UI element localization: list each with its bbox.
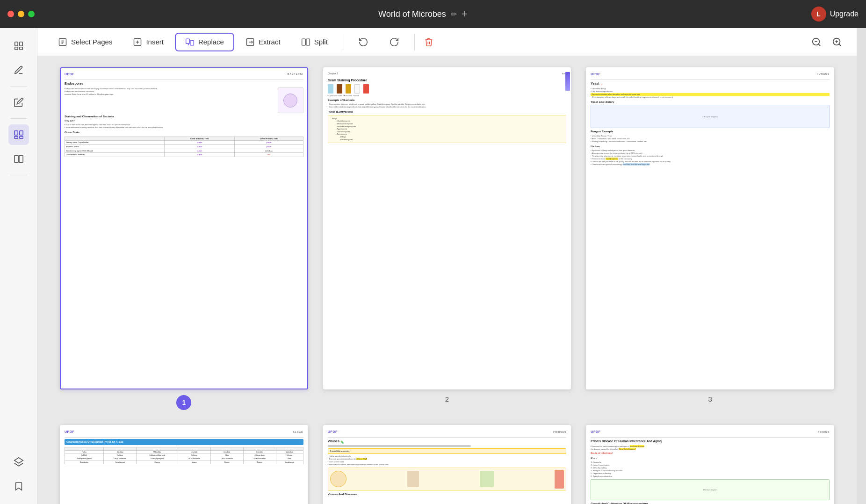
page-item-2: Chapter 1 Ext... Gram Staining Procedure… [323, 67, 571, 410]
insert-icon [133, 37, 142, 47]
delete-icon [424, 37, 433, 47]
select-pages-button[interactable]: Select Pages [49, 34, 122, 50]
main-layout: Select Pages Insert Replace Extra [0, 28, 866, 504]
sidebar-divider-2 [10, 118, 27, 119]
sidebar-item-bookmark[interactable] [8, 476, 29, 497]
split-icon [301, 37, 310, 47]
svg-rect-6 [14, 137, 17, 139]
upgrade-label: Upgrade [830, 10, 859, 18]
traffic-lights [7, 11, 35, 17]
replace-button[interactable]: Replace [175, 33, 234, 51]
zoom-in-button[interactable] [829, 34, 845, 50]
split-label: Split [314, 38, 328, 46]
sidebar-item-thumbnails[interactable] [8, 36, 29, 56]
sidebar-divider-3 [10, 175, 27, 175]
svg-rect-0 [14, 42, 17, 46]
page-item-6: UPDF PRIONS Prion's Disease Of Human Inh… [586, 425, 834, 504]
svg-rect-5 [19, 131, 22, 135]
page-item-5: UPDF VIRUSES Viruses 🦠 • Intracellular p… [323, 425, 571, 504]
toolbar-divider-2 [414, 34, 415, 50]
edit-title-icon[interactable]: ✏ [451, 10, 457, 19]
zoom-in-icon [832, 37, 842, 47]
page-item-4: UPDF ALGAE Characteristics Of Selected P… [60, 425, 308, 504]
rotate-left-icon [358, 37, 368, 47]
svg-line-25 [839, 44, 841, 46]
page-number-label-2: 2 [445, 395, 449, 403]
content-wrapper: Select Pages Insert Replace Extra [37, 28, 857, 504]
select-pages-icon [58, 37, 67, 47]
sidebar-item-annotate[interactable] [8, 60, 29, 80]
page-thumb-5[interactable]: UPDF VIRUSES Viruses 🦠 • Intracellular p… [323, 425, 571, 504]
page-thumb-2[interactable]: Chapter 1 Ext... Gram Staining Procedure… [323, 67, 571, 389]
svg-marker-10 [14, 458, 22, 463]
page-number-area-2: 2 [445, 395, 449, 403]
scrollbar-right[interactable] [857, 28, 866, 504]
page-number-badge-1: 1 [176, 395, 191, 410]
zoom-area [808, 34, 845, 50]
close-button[interactable] [7, 11, 14, 17]
toolbar: Select Pages Insert Replace Extra [37, 28, 857, 56]
svg-rect-1 [19, 42, 22, 46]
split-button[interactable]: Split [292, 34, 337, 50]
svg-rect-18 [302, 39, 305, 45]
extract-icon [245, 37, 255, 47]
rotate-right-icon [389, 37, 399, 47]
page-thumb-3[interactable]: UPDF FUNGUS Yeast ↗ • Unicellular Fungi … [586, 67, 834, 389]
page-number-label-3: 3 [708, 395, 712, 403]
svg-rect-9 [19, 156, 22, 163]
page-item-1: UPDF BACTERIA Endospores Endospores are … [60, 67, 308, 410]
minimize-button[interactable] [18, 11, 24, 17]
left-sidebar [0, 28, 37, 504]
sidebar-item-compare[interactable] [8, 149, 29, 169]
title-area: World of Microbes ✏ + [40, 8, 806, 20]
insert-label: Insert [146, 38, 164, 46]
document-title: World of Microbes [378, 9, 446, 19]
insert-button[interactable]: Insert [123, 34, 173, 50]
svg-rect-4 [14, 131, 17, 135]
svg-rect-2 [14, 47, 17, 50]
svg-line-22 [818, 44, 820, 46]
rotate-left-button[interactable] [349, 33, 378, 51]
page-thumb-1[interactable]: UPDF BACTERIA Endospores Endospores are … [60, 67, 308, 389]
maximize-button[interactable] [28, 11, 35, 17]
page-thumb-4[interactable]: UPDF ALGAE Characteristics Of Selected P… [60, 425, 308, 504]
svg-rect-19 [306, 39, 310, 45]
replace-label: Replace [198, 38, 224, 46]
sidebar-item-organize[interactable] [8, 124, 29, 145]
zoom-out-button[interactable] [808, 34, 825, 50]
title-bar: World of Microbes ✏ + L Upgrade [0, 0, 866, 28]
pages-area: UPDF BACTERIA Endospores Endospores are … [37, 56, 857, 504]
rotate-right-button[interactable] [380, 33, 409, 51]
svg-rect-7 [19, 137, 22, 139]
toolbar-divider-1 [343, 34, 343, 50]
extract-button[interactable]: Extract [236, 34, 290, 50]
extract-label: Extract [259, 38, 281, 46]
page-number-area-3: 3 [708, 395, 712, 403]
page-item-3: UPDF FUNGUS Yeast ↗ • Unicellular Fungi … [586, 67, 834, 410]
upgrade-button[interactable]: L Upgrade [811, 7, 859, 22]
svg-rect-8 [14, 156, 18, 163]
delete-button[interactable] [420, 34, 437, 50]
sidebar-item-layers[interactable] [8, 452, 29, 472]
pages-grid: UPDF BACTERIA Endospores Endospores are … [60, 67, 834, 504]
svg-rect-16 [190, 40, 194, 45]
page-number-area-1: 1 [176, 395, 191, 410]
select-pages-label: Select Pages [71, 38, 112, 46]
zoom-out-icon [811, 37, 822, 47]
sidebar-item-edit[interactable] [8, 92, 29, 113]
page-thumb-6[interactable]: UPDF PRIONS Prion's Disease Of Human Inh… [586, 425, 834, 504]
svg-rect-3 [19, 47, 22, 50]
add-tab-button[interactable]: + [462, 8, 468, 20]
replace-icon [185, 37, 195, 47]
avatar: L [811, 7, 826, 22]
sidebar-divider-1 [10, 86, 27, 86]
svg-rect-15 [186, 39, 190, 43]
